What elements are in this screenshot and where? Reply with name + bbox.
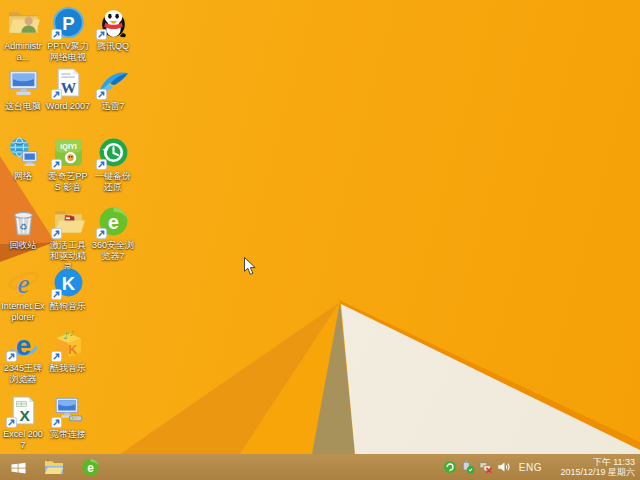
shortcut-arrow-icon: [51, 29, 62, 40]
desktop-icon-internet-explorer[interactable]: e Internet Explorer: [1, 266, 45, 323]
network-icon: [7, 136, 40, 169]
desktop-icon-recycle-bin[interactable]: ♻ 回收站: [1, 205, 45, 251]
network-tray-button[interactable]: [478, 459, 494, 475]
shortcut-arrow-icon: [51, 289, 62, 300]
svg-text:e: e: [87, 461, 94, 475]
shortcut-arrow-icon: [51, 417, 62, 428]
taskbar-360-browser-button[interactable]: e: [72, 454, 108, 480]
icon-label: Administra...: [1, 41, 45, 63]
icon-label: 酷狗音乐: [50, 301, 86, 312]
svg-text:K: K: [61, 273, 75, 294]
clock-time: 下午 11:33: [549, 457, 635, 467]
svg-text:X: X: [19, 407, 30, 424]
shortcut-arrow-icon: [6, 417, 17, 428]
language-indicator[interactable]: ENG: [519, 462, 542, 473]
icon-label: 爱奇艺PPS 影音: [46, 171, 90, 193]
desktop-icon-broadband[interactable]: 宽带连接: [46, 394, 90, 440]
icon-label: 腾讯QQ: [97, 41, 129, 52]
360-safety-tray-button[interactable]: [442, 459, 458, 475]
svg-text:♪: ♪: [69, 329, 74, 338]
svg-text:P: P: [62, 13, 74, 34]
icon-label: Internet Explorer: [1, 301, 45, 323]
svg-text:W: W: [60, 79, 76, 96]
taskbar-file-explorer-button[interactable]: [36, 454, 72, 480]
desktop-icon-excel-2007[interactable]: X Excel 2007: [1, 394, 45, 451]
this-pc-icon: [7, 66, 40, 99]
icon-label: 一键备份还原: [91, 171, 135, 193]
svg-text:♪: ♪: [63, 330, 69, 341]
shortcut-arrow-icon: [51, 89, 62, 100]
desktop-icon-pptv[interactable]: P PPTV聚力 网络电视: [46, 6, 90, 63]
360-browser-icon: e: [81, 458, 100, 477]
desktop-icon-2345-browser[interactable]: e 2345王牌浏览器: [1, 328, 45, 385]
shortcut-arrow-icon: [51, 228, 62, 239]
clock-date: 2015/12/19 星期六: [549, 467, 635, 477]
desktop-icon-qq[interactable]: 腾讯QQ: [91, 6, 135, 52]
shortcut-arrow-icon: [96, 89, 107, 100]
icon-label: 网络: [14, 171, 32, 182]
shortcut-arrow-icon: [51, 159, 62, 170]
desktop-icon-360-browser[interactable]: e 360安全浏览器7: [91, 205, 135, 262]
desktop-icon-administrator[interactable]: Administra...: [1, 6, 45, 63]
shortcut-arrow-icon: [96, 228, 107, 239]
shortcut-arrow-icon: [6, 351, 17, 362]
network-disconnected-icon: [479, 460, 493, 474]
desktop-icon-iqiyi-pps[interactable]: iQIYI 爱奇艺PPS 影音: [46, 136, 90, 193]
taskbar: e: [0, 454, 640, 480]
icon-label: PPTV聚力 网络电视: [46, 41, 90, 63]
360-safety-icon: [443, 460, 457, 474]
desktop-icon-kugou[interactable]: K 酷狗音乐: [46, 266, 90, 312]
usb-ok-icon: [461, 460, 475, 474]
desktop-icon-xunlei[interactable]: 迅雷7: [91, 66, 135, 112]
start-button[interactable]: [0, 454, 36, 480]
ie-icon: e: [7, 266, 40, 299]
desktop-icon-kuwo[interactable]: K ♪ ♪ 酷我音乐: [46, 328, 90, 374]
desktop-icon-activation-tools[interactable]: 激活工具和驱动精灵: [46, 205, 90, 273]
file-explorer-icon: [44, 458, 64, 476]
desktop-icon-this-pc[interactable]: 这台电脑: [1, 66, 45, 112]
volume-tray-button[interactable]: [496, 459, 512, 475]
recycle-bin-icon: ♻: [7, 205, 40, 238]
svg-text:♻: ♻: [19, 221, 27, 232]
icon-label: 迅雷7: [101, 101, 124, 112]
shortcut-arrow-icon: [96, 159, 107, 170]
icon-label: 360安全浏览器7: [91, 240, 135, 262]
desktop-icon-backup-restore[interactable]: 一键备份还原: [91, 136, 135, 193]
svg-text:iQIYI: iQIYI: [60, 142, 76, 151]
volume-icon: [497, 460, 511, 474]
svg-text:e: e: [17, 269, 29, 299]
svg-text:K: K: [68, 343, 77, 357]
svg-text:e: e: [15, 330, 30, 361]
shortcut-arrow-icon: [96, 29, 107, 40]
system-tray: ENG 下午 11:33 2015/12/19 星期六: [441, 454, 640, 480]
user-folder-icon: [7, 6, 40, 39]
desktop-icon-word-2007[interactable]: W Word 2007: [46, 66, 90, 112]
desktop-icon-network[interactable]: 网络: [1, 136, 45, 182]
icon-label: 酷我音乐: [50, 363, 86, 374]
icon-label: 回收站: [10, 240, 37, 251]
icon-label: 宽带连接: [50, 429, 86, 440]
usb-device-tray-button[interactable]: [460, 459, 476, 475]
windows-start-icon: [10, 460, 27, 475]
taskbar-clock[interactable]: 下午 11:33 2015/12/19 星期六: [549, 457, 635, 477]
icon-label: Excel 2007: [1, 429, 45, 451]
shortcut-arrow-icon: [51, 351, 62, 362]
icon-label: 2345王牌浏览器: [1, 363, 45, 385]
icon-label: Word 2007: [46, 101, 90, 112]
svg-text:e: e: [108, 211, 119, 233]
icon-label: 这台电脑: [5, 101, 41, 112]
